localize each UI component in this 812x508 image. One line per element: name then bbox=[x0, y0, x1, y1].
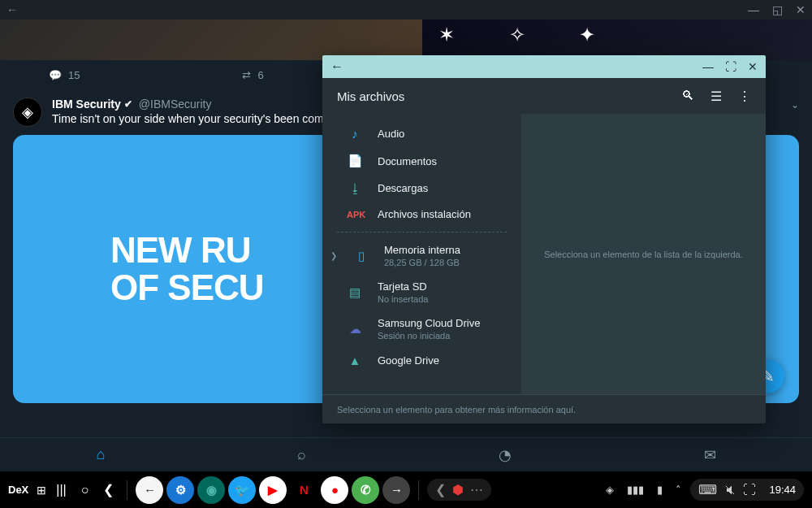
nav-notifications-icon[interactable]: ◔ bbox=[499, 446, 512, 464]
sd-card-icon: ▤ bbox=[347, 285, 363, 300]
sidebar-item-google-drive[interactable]: ▲ Google Drive bbox=[322, 347, 521, 374]
twitter-bottom-nav: ⌂ ⌕ ◔ ✉ bbox=[0, 437, 812, 471]
file-content-pane: Selecciona un elemento de la lista de la… bbox=[521, 114, 766, 394]
tweet-menu-chevron-icon[interactable]: ⌄ bbox=[791, 99, 799, 111]
apk-icon: APK bbox=[347, 210, 363, 219]
sidebar-item-label: Memoria interna bbox=[384, 244, 460, 256]
taskbar-app-8[interactable]: → bbox=[382, 476, 410, 504]
file-back-icon[interactable]: ← bbox=[330, 59, 343, 74]
mute-icon[interactable]: 🔇︎ bbox=[723, 483, 736, 497]
search-icon[interactable]: 🔍︎ bbox=[681, 89, 694, 103]
taskbar-app-4[interactable]: ▶ bbox=[259, 476, 287, 504]
taskbar-app-2[interactable]: ◉ bbox=[197, 476, 225, 504]
document-icon: 📄 bbox=[347, 154, 363, 168]
reply-icon: 💬 bbox=[49, 69, 62, 81]
tweet-image-left[interactable] bbox=[0, 20, 422, 60]
sidebar-item-audio[interactable]: ♪ Audio bbox=[322, 120, 521, 147]
file-close-icon[interactable]: ✕ bbox=[748, 60, 758, 73]
screenshot-icon[interactable]: ⛶ bbox=[743, 483, 756, 497]
avatar[interactable]: ◈ bbox=[13, 98, 42, 127]
sidebar-item-apk[interactable]: APK Archivos instalación bbox=[322, 202, 521, 227]
taskbar-app-7[interactable]: ✆ bbox=[352, 476, 379, 504]
main-window-chrome: ← — ◱ ✕ bbox=[0, 0, 812, 20]
sidebar-item-samsung-cloud[interactable]: ☁ Samsung Cloud Drive Sesión no iniciada bbox=[322, 310, 521, 347]
account-name: IBM Security bbox=[52, 98, 121, 111]
chevron-left-icon[interactable]: ❮ bbox=[435, 482, 446, 497]
chrome-minimize-icon[interactable]: — bbox=[748, 3, 759, 16]
cloud-icon: ☁ bbox=[347, 322, 363, 336]
card-headline: NEW RUOF SECU bbox=[110, 232, 264, 306]
sidebar-item-sublabel: 28,25 GB / 128 GB bbox=[384, 258, 460, 267]
file-manager-title: Mis archivos bbox=[337, 89, 665, 103]
keyboard-icon[interactable]: ⌨ bbox=[698, 482, 717, 497]
running-app-icon[interactable]: ⬢ bbox=[452, 482, 464, 497]
nav-messages-icon[interactable]: ✉ bbox=[704, 446, 716, 464]
sidebar-item-sublabel: Sesión no iniciada bbox=[378, 331, 480, 341]
chrome-close-icon[interactable]: ✕ bbox=[796, 3, 806, 16]
sidebar-item-label: Descargas bbox=[378, 182, 428, 194]
wifi-icon[interactable]: ◈ bbox=[606, 484, 614, 496]
home-nav-icon[interactable]: ○ bbox=[81, 483, 89, 497]
sidebar-item-label: Samsung Cloud Drive bbox=[378, 317, 480, 329]
recents-nav-icon[interactable]: ||| bbox=[56, 483, 66, 497]
taskbar-app-5[interactable]: N bbox=[290, 476, 317, 504]
taskbar-app-6[interactable]: ● bbox=[321, 476, 348, 504]
dex-taskbar: DeX ⊞ ||| ○ ❮ ←⚙◉🐦▶N●✆→ ❮ ⬢ ⋯ ◈ ▮▮▮ ▮ ˄ … bbox=[0, 471, 812, 508]
back-nav-icon[interactable]: ❮ bbox=[103, 482, 114, 497]
sidebar-item-sublabel: No insertada bbox=[378, 294, 428, 304]
tweet-image-right[interactable] bbox=[422, 20, 812, 60]
retweet-count: 6 bbox=[257, 69, 263, 81]
file-sidebar: ♪ Audio 📄 Documentos ⭳ Descargas APK Arc… bbox=[322, 114, 521, 394]
chevron-right-icon[interactable]: ❯ bbox=[330, 251, 339, 260]
taskbar-system-tray: ⌨ 🔇︎ ⛶ 19:44 bbox=[690, 479, 804, 501]
file-minimize-icon[interactable]: — bbox=[702, 60, 714, 73]
file-maximize-icon[interactable]: ⛶ bbox=[725, 60, 736, 73]
taskbar-divider bbox=[127, 480, 127, 500]
tweet-image-row bbox=[0, 20, 812, 60]
more-menu-icon[interactable]: ⋮ bbox=[738, 89, 751, 104]
sidebar-item-label: Archivos instalación bbox=[378, 208, 471, 220]
file-manager-window: ← — ⛶ ✕ Mis archivos 🔍︎ ☰ ⋮ ♪ Audio 📄 Do… bbox=[322, 55, 766, 423]
sidebar-item-label: Documentos bbox=[378, 155, 437, 167]
sidebar-item-sd-card[interactable]: ▤ Tarjeta SD No insertada bbox=[322, 274, 521, 310]
footer-hint-text: Selecciona un elemento para obtener más … bbox=[337, 405, 576, 415]
verified-badge-icon: ✔ bbox=[124, 98, 132, 110]
sidebar-item-label: Tarjeta SD bbox=[378, 280, 428, 293]
chrome-back-icon[interactable]: ← bbox=[6, 3, 18, 16]
retweet-button[interactable]: ⇄ 6 bbox=[242, 69, 263, 81]
nav-search-icon[interactable]: ⌕ bbox=[297, 446, 306, 463]
chevron-up-icon[interactable]: ˄ bbox=[676, 484, 681, 496]
more-apps-icon[interactable]: ⋯ bbox=[470, 482, 483, 497]
reply-button[interactable]: 💬 15 bbox=[49, 69, 80, 81]
taskbar-app-3[interactable]: 🐦 bbox=[228, 476, 256, 504]
file-header: Mis archivos 🔍︎ ☰ ⋮ bbox=[322, 78, 766, 114]
download-icon: ⭳ bbox=[347, 181, 363, 195]
taskbar-divider bbox=[418, 480, 419, 500]
sidebar-item-documents[interactable]: 📄 Documentos bbox=[322, 147, 521, 175]
battery-icon[interactable]: ▮ bbox=[657, 484, 663, 496]
retweet-icon: ⇄ bbox=[242, 69, 251, 81]
sidebar-item-label: Audio bbox=[378, 128, 404, 140]
sidebar-item-label: Google Drive bbox=[378, 354, 439, 367]
sidebar-item-downloads[interactable]: ⭳ Descargas bbox=[322, 175, 521, 202]
content-placeholder-text: Selecciona un elemento de la lista de la… bbox=[544, 250, 743, 259]
taskbar-app-0[interactable]: ← bbox=[136, 476, 163, 504]
dex-label[interactable]: DeX bbox=[8, 484, 28, 496]
sidebar-item-internal-storage[interactable]: ❯ ▯ Memoria interna 28,25 GB / 128 GB bbox=[322, 237, 521, 274]
taskbar-pager[interactable]: ❮ ⬢ ⋯ bbox=[427, 479, 491, 501]
apps-grid-icon[interactable]: ⊞ bbox=[37, 484, 46, 497]
chrome-maximize-icon[interactable]: ◱ bbox=[772, 3, 783, 16]
google-drive-icon: ▲ bbox=[347, 354, 363, 367]
reply-count: 15 bbox=[68, 69, 80, 81]
file-footer: Selecciona un elemento para obtener más … bbox=[322, 394, 766, 423]
account-handle: @IBMSecurity bbox=[139, 98, 212, 111]
audio-icon: ♪ bbox=[347, 127, 363, 141]
clock[interactable]: 19:44 bbox=[769, 484, 796, 496]
nav-home-icon[interactable]: ⌂ bbox=[96, 446, 105, 463]
list-view-icon[interactable]: ☰ bbox=[710, 89, 722, 104]
taskbar-app-1[interactable]: ⚙ bbox=[166, 476, 194, 504]
file-titlebar[interactable]: ← — ⛶ ✕ bbox=[322, 55, 766, 78]
signal-icon[interactable]: ▮▮▮ bbox=[627, 484, 644, 496]
phone-icon: ▯ bbox=[353, 249, 369, 263]
sidebar-divider bbox=[337, 232, 507, 232]
